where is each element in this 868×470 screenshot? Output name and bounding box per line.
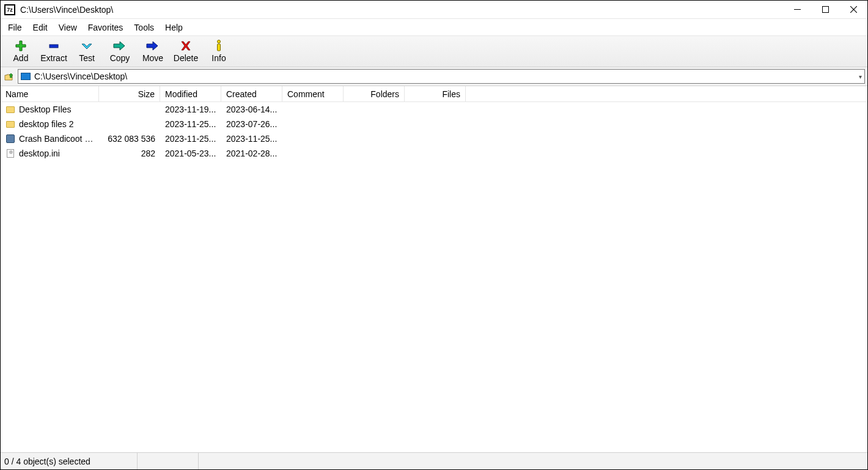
add-label: Add [13,53,29,63]
cell-created: 2023-07-26... [221,119,282,129]
copy-button[interactable]: Copy [103,39,136,64]
file-row[interactable]: desktop.ini2822021-05-23...2021-02-28... [1,146,867,161]
column-files[interactable]: Files [405,86,466,101]
disk-icon [6,134,15,144]
add-button[interactable]: Add [4,39,37,64]
file-row[interactable]: desktop files 22023-11-25...2023-07-26..… [1,117,867,131]
statusbar: 0 / 4 object(s) selected [1,452,867,469]
file-list[interactable]: Desktop FIles2023-11-19...2023-06-14...d… [1,102,867,452]
menu-help[interactable]: Help [160,21,188,34]
cell-modified: 2021-05-23... [160,149,221,158]
file-name: desktop files 2 [19,119,74,129]
window-title: C:\Users\Vince\Desktop\ [20,5,783,15]
test-button[interactable]: Test [70,39,103,64]
cell-created: 2023-06-14... [221,105,282,114]
svg-rect-6 [218,44,221,51]
drive-icon [21,73,31,80]
delete-button[interactable]: Delete [169,39,202,64]
menu-edit[interactable]: Edit [28,21,53,34]
extract-label: Extract [40,53,67,63]
move-arrow-icon [145,40,160,52]
menu-file[interactable]: File [3,21,27,34]
menu-view[interactable]: View [54,21,82,34]
cell-name: desktop files 2 [1,119,99,129]
titlebar: 7z C:\Users\Vince\Desktop\ [1,1,867,19]
app-icon: 7z [4,4,15,15]
minimize-button[interactable] [783,1,811,19]
column-folders[interactable]: Folders [344,86,405,101]
minus-icon [46,40,61,52]
file-name: Desktop FIles [19,105,72,114]
folder-icon [6,105,15,114]
column-name[interactable]: Name [1,86,99,101]
plus-icon [13,40,28,52]
folder-icon [6,119,15,129]
menubar: File Edit View Favorites Tools Help [1,19,867,36]
column-modified[interactable]: Modified [160,86,221,101]
status-cell-3 [199,453,867,469]
info-button[interactable]: Info [202,39,235,64]
column-comment[interactable]: Comment [282,86,344,101]
cell-size: 632 083 536 [99,134,160,144]
cell-modified: 2023-11-19... [160,105,221,114]
window-controls [783,1,867,19]
address-input[interactable] [34,70,855,83]
address-dropdown-icon[interactable]: ▾ [859,73,862,80]
cell-modified: 2023-11-25... [160,119,221,129]
copy-arrow-icon [112,40,127,52]
status-cell-2 [138,453,199,469]
file-name: desktop.ini [19,149,60,158]
svg-point-5 [218,40,221,43]
column-header-row: Name Size Modified Created Comment Folde… [1,86,867,102]
cell-name: Crash Bandicoot (... [1,134,99,144]
maximize-button[interactable] [811,1,839,19]
cell-created: 2023-11-25... [221,134,282,144]
addressbar: ▾ [1,67,867,86]
svg-rect-1 [822,7,828,13]
cell-name: Desktop FIles [1,105,99,114]
column-created[interactable]: Created [221,86,282,101]
address-field[interactable]: ▾ [18,69,865,84]
extract-button[interactable]: Extract [37,39,70,64]
ini-icon [6,149,15,158]
info-icon [211,40,226,52]
status-selection: 0 / 4 object(s) selected [1,453,138,469]
delete-label: Delete [174,53,198,63]
cell-created: 2021-02-28... [221,149,282,158]
svg-rect-4 [50,45,58,48]
cell-size: 282 [99,149,160,158]
close-button[interactable] [839,1,867,19]
cell-name: desktop.ini [1,149,99,158]
move-label: Move [142,53,163,63]
info-label: Info [211,53,226,63]
check-icon [79,40,94,52]
up-one-level-button[interactable] [3,70,15,83]
file-row[interactable]: Desktop FIles2023-11-19...2023-06-14... [1,102,867,117]
menu-tools[interactable]: Tools [129,21,159,34]
cell-modified: 2023-11-25... [160,134,221,144]
file-name: Crash Bandicoot (... [19,134,94,144]
file-row[interactable]: Crash Bandicoot (...632 083 5362023-11-2… [1,131,867,146]
copy-label: Copy [110,53,130,63]
move-button[interactable]: Move [136,39,169,64]
column-size[interactable]: Size [99,86,160,101]
menu-favorites[interactable]: Favorites [83,21,128,34]
toolbar: Add Extract Test Copy Move Delete Info [1,36,867,67]
test-label: Test [79,53,95,63]
delete-x-icon [178,40,193,52]
